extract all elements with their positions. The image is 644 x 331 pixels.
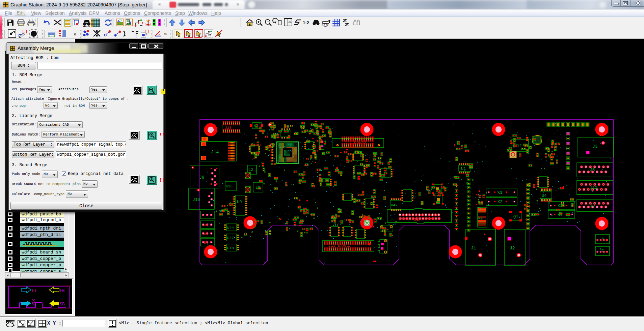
svg-text:U14: U14 [514,144,522,148]
svg-text:1:2: 1:2 [303,20,309,25]
svg-text:»: » [164,31,167,36]
svg-text:B3: B3 [204,232,208,236]
svg-text:FB: FB [60,289,64,293]
svg-text:J11: J11 [590,185,597,190]
svg-text:»: » [74,31,76,37]
svg-text:R2: R2 [478,216,483,220]
svg-text:J2: J2 [510,246,515,251]
svg-text:U42: U42 [391,203,398,207]
svg-text:xy: xy [289,21,291,23]
svg-text:J3: J3 [592,144,598,149]
svg-text:Q1: Q1 [513,215,518,219]
svg-text:FT: FT [32,289,36,293]
svg-text:U47: U47 [227,236,234,240]
svg-text:K2: K2 [498,200,502,205]
svg-text:J6: J6 [590,203,595,208]
svg-text:ok: ok [31,324,34,327]
svg-text:J13: J13 [225,126,232,130]
svg-text:U9: U9 [237,200,242,205]
svg-text:J14: J14 [211,150,219,155]
svg-text:J13 DRVB2: J13 DRVB2 [344,141,366,146]
svg-text:J13 DRVA1: J13 DRVA1 [328,243,350,248]
svg-text:U44: U44 [227,226,234,230]
svg-text:G36: G36 [226,184,233,188]
svg-text:U4: U4 [542,193,546,198]
svg-text:B4: B4 [204,241,208,245]
svg-text:J10: J10 [192,197,200,202]
svg-text:K1: K1 [498,190,502,195]
svg-text:J1: J1 [471,246,476,251]
svg-text:ST: ST [32,302,36,307]
svg-text:J9: J9 [199,175,205,180]
svg-text:L2: L2 [248,168,253,172]
svg-text:B2: B2 [204,223,208,227]
svg-text:U48: U48 [227,246,234,250]
svg-text:SB: SB [60,302,64,307]
svg-text:J5: J5 [590,168,595,173]
